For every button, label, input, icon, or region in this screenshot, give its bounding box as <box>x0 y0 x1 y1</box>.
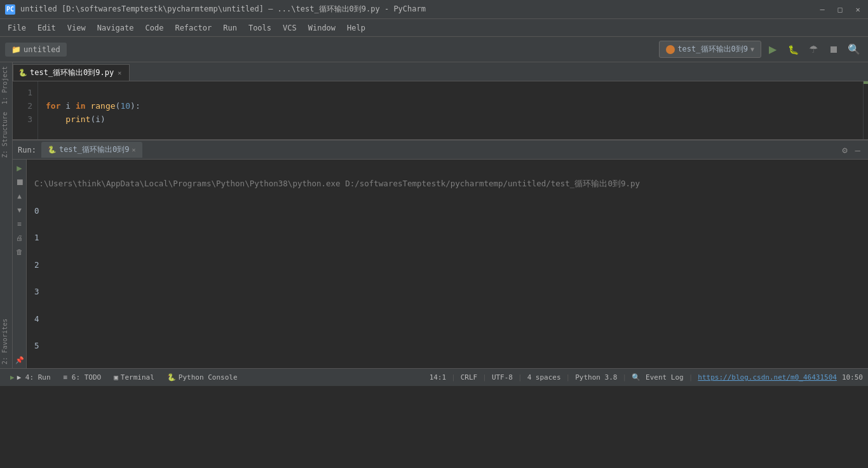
close-button[interactable]: ✕ <box>853 4 863 15</box>
line-separator: CRLF <box>461 373 478 382</box>
bottom-content: ▶ ⏹ ▲ ▼ ≡ 🖨 🗑 📌 C:\Users\think\AppData\L… <box>13 160 868 368</box>
app-icon: PC <box>5 4 15 15</box>
python-console-label: Python Console <box>179 373 238 382</box>
stop-run-button[interactable]: ⏹ <box>14 176 25 188</box>
output-0: 0 <box>34 206 39 216</box>
todo-statusbar-label: ≡ 6: TODO <box>64 373 102 382</box>
line-number-3: 3 <box>13 113 32 127</box>
folder-icon: 📁 <box>11 45 21 54</box>
run-statusbar-label: ▶ 4: Run <box>17 373 51 382</box>
status-time: 10:50 <box>842 373 863 382</box>
sidebar-item-project[interactable]: 1: Project <box>0 62 12 108</box>
menu-help[interactable]: Help <box>342 22 370 34</box>
python-file-icon: 🐍 <box>18 69 27 77</box>
menu-code[interactable]: Code <box>140 22 169 34</box>
title-bar-controls[interactable]: – □ ✕ <box>817 4 863 15</box>
play-icon: ▶ <box>769 43 776 55</box>
stop-button[interactable]: ⏹ <box>825 41 843 59</box>
encoding: UTF-8 <box>492 373 513 382</box>
output-5: 5 <box>34 341 39 350</box>
run-tab-label: test_循环输出0到9 <box>59 144 130 155</box>
maximize-button[interactable]: □ <box>835 4 845 15</box>
run-label: Run: <box>18 146 36 155</box>
run-tab-close-button[interactable]: ✕ <box>132 146 135 153</box>
output-area: C:\Users\think\AppData\Local\Programs\Py… <box>27 160 868 368</box>
run-config-icon <box>666 45 675 54</box>
bottom-tabs-bar: Run: 🐍 test_循环输出0到9 ✕ ⚙ – <box>13 141 868 160</box>
terminal-statusbar-label: Terminal <box>121 373 154 382</box>
title-text: untitled [D:\softwaresTemptestk\pycharmt… <box>20 4 426 15</box>
run-statusbar-button[interactable]: ▶ ▶ 4: Run <box>5 372 56 383</box>
rerun-button[interactable]: ▶ <box>14 162 25 174</box>
menu-refactor[interactable]: Refactor <box>170 22 217 34</box>
scroll-down-button[interactable]: ▼ <box>14 204 25 216</box>
command-line: C:\Users\think\AppData\Local\Programs\Py… <box>34 179 640 188</box>
run-tab-icon: 🐍 <box>48 146 57 154</box>
menu-edit[interactable]: Edit <box>32 22 61 34</box>
event-log-label[interactable]: Event Log <box>646 373 684 382</box>
menu-vcs[interactable]: VCS <box>278 22 302 34</box>
status-right: 14:1 | CRLF | UTF-8 | 4 spaces | Python … <box>430 373 863 382</box>
coverage-icon: ☂ <box>809 43 818 55</box>
sidebar-item-structure[interactable]: Z: Structure <box>0 108 12 162</box>
output-2: 2 <box>34 260 39 270</box>
project-label: untitled <box>24 45 60 54</box>
line-numbers: 1 2 3 <box>13 81 38 139</box>
output-3: 3 <box>34 287 39 296</box>
file-tabs: 🐍 test_循环输出0到9.py ✕ <box>13 62 868 81</box>
output-4: 4 <box>34 314 39 324</box>
toolbar: 📁 untitled test_循环输出0到9 ▼ ▶ 🐛 ☂ ⏹ 🔍 <box>0 37 868 62</box>
play-status-icon: ▶ <box>10 373 15 382</box>
menu-window[interactable]: Window <box>303 22 341 34</box>
settings-icon[interactable]: ⚙ <box>839 144 850 156</box>
menu-run[interactable]: Run <box>218 22 242 34</box>
cursor-position: 14:1 <box>430 373 447 382</box>
menu-navigate[interactable]: Navigate <box>92 22 139 34</box>
line-number-1: 1 <box>13 86 32 100</box>
file-tab-close-button[interactable]: ✕ <box>116 69 123 76</box>
status-left: ▶ ▶ 4: Run ≡ 6: TODO ▣ Terminal 🐍 Python… <box>5 372 243 383</box>
editor-container: 🐍 test_循环输出0到9.py ✕ 1 2 3 for i in range… <box>13 62 868 368</box>
debug-button[interactable]: 🐛 <box>784 41 802 59</box>
search-icon: 🔍 <box>848 43 860 55</box>
python-version: Python 3.8 <box>575 373 617 382</box>
scroll-up-button[interactable]: ▲ <box>14 190 25 202</box>
status-search-icon: 🔍 <box>632 373 641 382</box>
todo-statusbar-button[interactable]: ≡ 6: TODO <box>58 372 107 383</box>
sidebar-item-favorites[interactable]: 2: Favorites <box>0 315 12 368</box>
bottom-panel: Run: 🐍 test_循环输出0到9 ✕ ⚙ – ▶ ⏹ ▲ ▼ <box>13 139 868 368</box>
line-number-2: 2 <box>13 100 32 113</box>
chevron-down-icon: ▼ <box>750 46 754 53</box>
run-tab-active[interactable]: 🐍 test_循环输出0到9 ✕ <box>41 142 142 158</box>
clear-button[interactable]: 🗑 <box>14 246 25 258</box>
search-everywhere-button[interactable]: 🔍 <box>845 41 863 59</box>
minimize-button[interactable]: – <box>817 4 827 15</box>
menu-tools[interactable]: Tools <box>243 22 276 34</box>
terminal-icon: ▣ <box>114 373 118 382</box>
run-config-dropdown[interactable]: test_循环输出0到9 ▼ <box>659 41 761 58</box>
gutter-check-mark <box>864 81 868 84</box>
csdn-link[interactable]: https://blog.csdn.net/m0_46431504 <box>698 373 837 382</box>
right-gutter <box>863 81 868 139</box>
print-button[interactable]: 🖨 <box>14 232 25 244</box>
code-editor[interactable]: 1 2 3 for i in range(10): print(i) <box>13 81 868 139</box>
run-control-bar: ▶ ⏹ ▲ ▼ ≡ 🖨 🗑 📌 <box>13 160 27 368</box>
python-console-statusbar-button[interactable]: 🐍 Python Console <box>162 372 243 383</box>
menu-bar: File Edit View Navigate Code Refactor Ru… <box>0 19 868 37</box>
debug-icon: 🐛 <box>788 45 799 55</box>
coverage-button[interactable]: ☂ <box>804 41 822 59</box>
title-bar: PC untitled [D:\softwaresTemptestk\pycha… <box>0 0 868 19</box>
menu-file[interactable]: File <box>3 22 31 34</box>
run-button[interactable]: ▶ <box>764 41 782 59</box>
pin-button[interactable]: 📌 <box>14 354 25 366</box>
softrap-button[interactable]: ≡ <box>14 218 25 230</box>
indent-info: 4 spaces <box>527 373 561 382</box>
title-bar-left: PC untitled [D:\softwaresTemptestk\pycha… <box>5 4 426 15</box>
stop-icon: ⏹ <box>829 44 839 55</box>
terminal-statusbar-button[interactable]: ▣ Terminal <box>109 372 159 383</box>
project-tab[interactable]: 📁 untitled <box>5 43 67 57</box>
file-tab-active[interactable]: 🐍 test_循环输出0到9.py ✕ <box>13 64 130 81</box>
menu-view[interactable]: View <box>62 22 91 34</box>
code-content[interactable]: for i in range(10): print(i) <box>38 81 863 139</box>
close-panel-icon[interactable]: – <box>853 144 863 156</box>
